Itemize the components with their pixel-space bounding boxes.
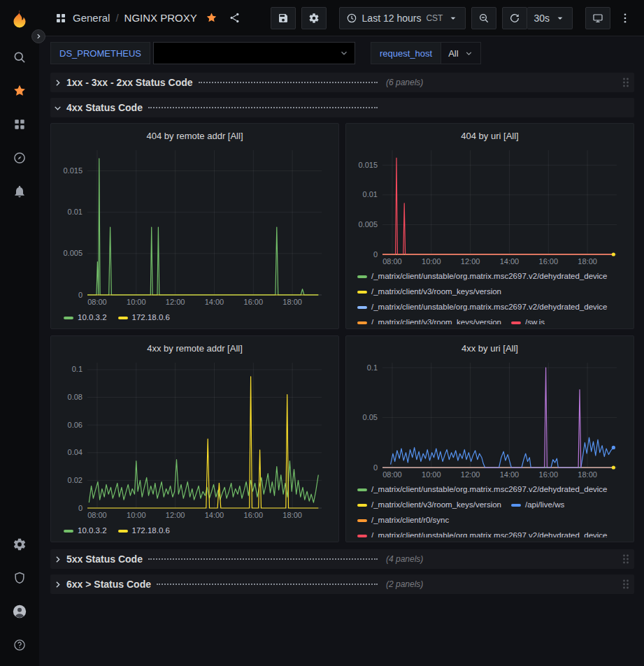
row-header-4xx[interactable]: 4xx Status Code	[50, 98, 634, 117]
time-range-picker[interactable]: Last 12 hours CST	[339, 7, 466, 29]
help-question-icon	[13, 638, 27, 652]
legend-item[interactable]: /_matrix/client/v3/room_keys/version	[357, 285, 501, 298]
breadcrumb: General / NGINX PROXY	[55, 9, 243, 27]
legend-item[interactable]: /sw.js	[511, 316, 545, 324]
time-series-chart[interactable]: 00.0050.010.01508:0010:0012:0014:0016:00…	[353, 145, 627, 267]
apps-grid-icon	[55, 12, 67, 24]
shield-icon	[13, 571, 27, 585]
refresh-icon	[509, 13, 520, 24]
grafana-logo[interactable]	[6, 6, 34, 34]
sidebar-item-alerting[interactable]	[0, 175, 39, 208]
chart-legend: 10.0.3.2172.18.0.6	[58, 307, 331, 324]
save-dashboard-button[interactable]	[271, 7, 296, 29]
row-header-6xx[interactable]: 6xx > Status Code (2 panels)	[50, 574, 634, 594]
time-series-chart[interactable]: 00.0050.010.01508:0010:0012:0014:0016:00…	[58, 145, 331, 307]
dashboard-settings-button[interactable]	[301, 7, 327, 29]
legend-item[interactable]: /_matrix/client/unstable/org.matrix.msc2…	[357, 270, 608, 283]
panel-title[interactable]: 404 by remote addr [All]	[58, 128, 331, 145]
svg-text:0.005: 0.005	[63, 249, 83, 257]
legend-label: /_matrix/client/v3/room_keys/version	[371, 285, 501, 298]
zoom-out-button[interactable]	[471, 7, 496, 29]
sidebar-item-starred[interactable]	[0, 74, 39, 108]
legend-label: 10.0.3.2	[78, 524, 107, 537]
row-drag-handle-icon[interactable]	[622, 77, 630, 88]
legend-item[interactable]: /_matrix/client/unstable/org.matrix.msc2…	[357, 301, 608, 314]
favorite-star-button[interactable]	[203, 9, 220, 27]
sidebar-item-explore[interactable]	[0, 141, 39, 175]
legend-item[interactable]: /_matrix/client/r0/sync	[357, 514, 449, 527]
legend-item[interactable]: /api/live/ws	[511, 498, 564, 512]
datasource-variable-label[interactable]: DS_PROMETHEUS	[50, 42, 150, 64]
svg-text:0: 0	[373, 463, 378, 472]
star-icon	[13, 84, 27, 98]
sidebar-item-configuration[interactable]	[0, 528, 39, 561]
row-panel-count: (4 panels)	[386, 554, 423, 564]
svg-text:12:00: 12:00	[166, 511, 185, 519]
legend-swatch-icon	[118, 530, 128, 533]
legend-swatch-icon	[511, 321, 521, 324]
svg-text:0: 0	[373, 250, 378, 259]
svg-text:16:00: 16:00	[244, 511, 264, 519]
dashboard-canvas: DS_PROMETHEUS request_host All	[39, 36, 644, 666]
request-host-variable-label[interactable]: request_host	[371, 42, 441, 64]
legend-item[interactable]: /_matrix/client/unstable/org.matrix.msc2…	[357, 483, 608, 496]
breadcrumb-section[interactable]: General	[73, 12, 110, 24]
chevron-down-icon	[554, 13, 566, 24]
zoom-out-icon	[478, 13, 489, 24]
monitor-icon	[592, 13, 603, 24]
row-dotted-leader	[148, 107, 378, 108]
sidebar-item-server-admin[interactable]	[0, 561, 39, 595]
legend-item[interactable]: 172.18.0.6	[118, 311, 170, 324]
svg-text:18:00: 18:00	[578, 470, 597, 479]
timezone-label: CST	[426, 13, 443, 23]
panel-grid-4xx: 404 by remote addr [All] 00.0050.010.015…	[50, 123, 634, 542]
panel-title[interactable]: 404 by uri [All]	[353, 128, 627, 145]
request-host-variable-select[interactable]: All	[441, 42, 480, 64]
svg-text:0.015: 0.015	[63, 166, 83, 175]
row-drag-handle-icon[interactable]	[622, 579, 630, 590]
breadcrumb-divider: /	[115, 12, 118, 24]
share-button[interactable]	[226, 9, 243, 27]
chart-legend: 10.0.3.2172.18.0.6	[58, 521, 331, 537]
tv-mode-button[interactable]	[585, 7, 610, 29]
legend-item[interactable]: 172.18.0.6	[118, 524, 170, 537]
clock-icon	[346, 13, 357, 24]
time-series-chart[interactable]: 00.020.040.060.080.108:0010:0012:0014:00…	[58, 357, 331, 521]
legend-label: /_matrix/client/v3/room_keys/version	[371, 316, 501, 324]
legend-swatch-icon	[357, 306, 367, 309]
datasource-variable-select[interactable]	[153, 42, 355, 64]
legend-swatch-icon	[357, 488, 367, 491]
share-icon	[229, 12, 241, 24]
chevron-right-icon	[53, 555, 62, 564]
panel-title[interactable]: 4xx by remote addr [All]	[58, 340, 331, 357]
main-area: General / NGINX PROXY	[39, 0, 644, 666]
bell-icon	[13, 184, 27, 198]
row-dotted-leader	[148, 558, 378, 560]
row-drag-handle-icon[interactable]	[622, 553, 630, 565]
dashboard-title: NGINX PROXY	[124, 12, 197, 24]
sidebar-item-profile[interactable]	[0, 595, 39, 628]
legend-item[interactable]: /_matrix/client/v3/room_keys/version	[357, 498, 501, 512]
svg-text:0: 0	[78, 504, 83, 512]
panel-title[interactable]: 4xx by uri [All]	[353, 340, 627, 357]
sidebar-item-dashboards[interactable]	[0, 108, 39, 141]
row-dotted-leader	[199, 82, 378, 83]
legend-item[interactable]: /_matrix/client/unstable/org.matrix.msc2…	[357, 529, 608, 537]
refresh-interval-picker[interactable]: 30s	[527, 7, 573, 29]
legend-item[interactable]: 10.0.3.2	[64, 524, 107, 537]
sidebar-expand-button[interactable]	[31, 29, 45, 43]
panel-404-by-uri: 404 by uri [All] 00.0050.010.01508:0010:…	[345, 123, 634, 329]
svg-text:0.1: 0.1	[367, 363, 378, 372]
time-series-chart[interactable]: 00.050.108:0010:0012:0014:0016:0018:00	[353, 357, 627, 480]
svg-text:14:00: 14:00	[205, 511, 224, 519]
legend-item[interactable]: 10.0.3.2	[64, 311, 107, 324]
refresh-button[interactable]	[502, 7, 527, 29]
legend-item[interactable]: /_matrix/client/v3/room_keys/version	[357, 316, 501, 324]
sidebar-item-help[interactable]	[0, 628, 39, 662]
row-panel-count: (6 panels)	[386, 78, 423, 87]
sidebar-item-search[interactable]	[0, 41, 39, 74]
more-options-button[interactable]	[616, 9, 634, 27]
row-header-1xx-3xx-2xx[interactable]: 1xx - 3xx - 2xx Status Code (6 panels)	[50, 73, 634, 92]
row-title: 1xx - 3xx - 2xx Status Code	[66, 77, 193, 88]
row-header-5xx[interactable]: 5xx Status Code (4 panels)	[50, 549, 634, 569]
